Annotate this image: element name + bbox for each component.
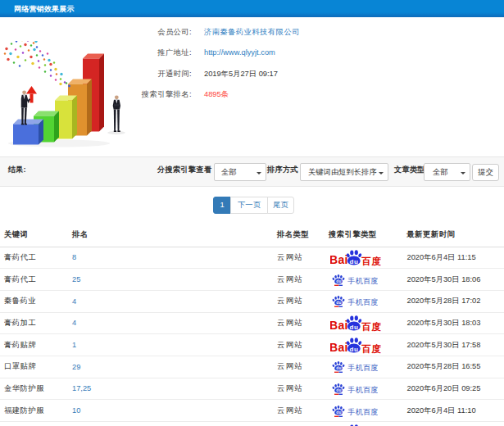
svg-text:du: du <box>336 279 342 283</box>
svg-text:手机百度: 手机百度 <box>347 385 378 394</box>
svg-text:Bai: Bai <box>330 253 348 266</box>
svg-text:Bai: Bai <box>330 319 348 332</box>
svg-text:百度: 百度 <box>361 255 381 265</box>
svg-text:手机百度: 手机百度 <box>347 276 378 285</box>
svg-text:du: du <box>336 388 342 392</box>
svg-text:du: du <box>336 367 342 371</box>
svg-text:du: du <box>336 301 342 306</box>
svg-text:百度: 百度 <box>361 320 381 331</box>
svg-text:手机百度: 手机百度 <box>347 407 378 416</box>
svg-text:du: du <box>350 258 359 265</box>
svg-text:Bai: Bai <box>330 341 348 354</box>
svg-text:手机百度: 手机百度 <box>347 297 378 306</box>
svg-text:du: du <box>350 324 359 331</box>
svg-text:du: du <box>350 345 359 352</box>
svg-text:du: du <box>336 410 342 415</box>
svg-text:百度: 百度 <box>361 342 381 353</box>
svg-text:手机百度: 手机百度 <box>347 363 378 372</box>
